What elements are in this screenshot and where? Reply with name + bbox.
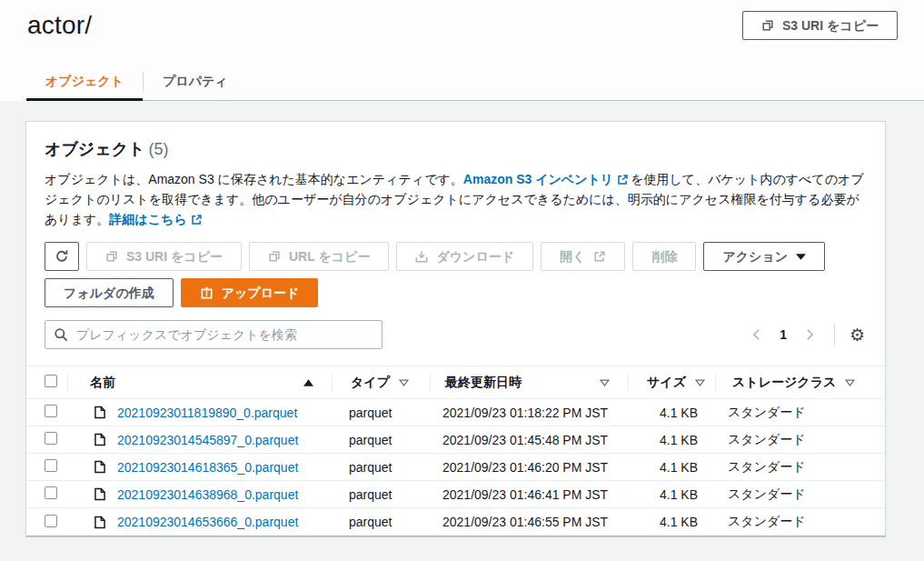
- column-header-name[interactable]: 名前: [68, 375, 332, 391]
- object-type-cell: parquet: [331, 406, 428, 420]
- object-modified-cell: 2021/09/23 01:45:48 PM JST: [428, 433, 625, 447]
- tab-objects-label: オブジェクト: [45, 74, 124, 90]
- row-checkbox[interactable]: [45, 432, 57, 445]
- object-storage-class-cell: スタンダード: [711, 486, 869, 503]
- prefix-search-input[interactable]: [45, 320, 383, 349]
- prefix-search: [45, 320, 383, 349]
- object-name-link[interactable]: 20210923014545897_0.parquet: [117, 433, 298, 447]
- column-size-label: サイズ: [647, 375, 686, 391]
- object-storage-class-cell: スタンダード: [711, 459, 869, 476]
- copy-icon: [105, 250, 118, 263]
- external-link-icon: [191, 214, 203, 225]
- row-checkbox[interactable]: [45, 486, 57, 499]
- file-icon: [94, 433, 105, 446]
- object-name-link[interactable]: 20210923011819890_0.parquet: [117, 406, 297, 420]
- object-size-cell: 4.1 KB: [625, 460, 711, 475]
- object-size-cell: 4.1 KB: [625, 515, 711, 529]
- object-modified-cell: 2021/09/23 01:46:41 PM JST: [428, 487, 625, 502]
- current-page-number: 1: [772, 327, 794, 342]
- object-type-cell: parquet: [331, 487, 428, 502]
- delete-label: 削除: [651, 250, 677, 263]
- object-name-link[interactable]: 20210923014638968_0.parquet: [117, 487, 298, 502]
- file-icon: [94, 516, 105, 529]
- page-header-region: actor/ S3 URI をコピー オブジェクト プロパティ: [0, 0, 924, 101]
- object-modified-cell: 2021/09/23 01:46:55 PM JST: [428, 515, 625, 529]
- sort-icon: [845, 379, 855, 386]
- table-row: 20210923014638968_0.parquet parquet 2021…: [26, 481, 885, 508]
- copy-s3-uri-button[interactable]: S3 URI をコピー: [86, 242, 242, 271]
- actions-label: アクション: [722, 250, 788, 263]
- copy-s3-uri-label: S3 URI をコピー: [126, 250, 223, 263]
- tab-bar: オブジェクト プロパティ: [26, 64, 924, 101]
- next-page-button[interactable]: [798, 325, 821, 345]
- open-label: 開く: [560, 250, 585, 263]
- object-size-cell: 4.1 KB: [625, 487, 711, 502]
- row-checkbox[interactable]: [45, 405, 57, 417]
- column-header-size[interactable]: サイズ: [629, 375, 715, 391]
- objects-table: 名前 タイプ 最終更新日時 サイズ ストレージクラス: [26, 366, 885, 536]
- file-icon: [94, 406, 105, 419]
- gear-icon: ⚙: [849, 325, 865, 345]
- object-modified-cell: 2021/09/23 01:18:22 PM JST: [428, 406, 625, 420]
- create-folder-label: フォルダの作成: [64, 286, 154, 299]
- refresh-button[interactable]: [45, 242, 79, 271]
- object-type-cell: parquet: [331, 433, 428, 447]
- object-count-badge: (5): [149, 140, 169, 158]
- row-checkbox[interactable]: [45, 459, 57, 472]
- refresh-icon: [55, 249, 69, 264]
- table-row: 20210923014618365_0.parquet parquet 2021…: [26, 454, 885, 481]
- object-storage-class-cell: スタンダード: [711, 432, 869, 448]
- external-link-icon: [617, 174, 629, 185]
- object-type-cell: parquet: [331, 460, 428, 475]
- pagination: 1 ⚙: [745, 324, 867, 346]
- sort-icon: [600, 379, 610, 386]
- column-name-label: 名前: [90, 375, 115, 391]
- copy-s3-uri-top-button[interactable]: S3 URI をコピー: [742, 11, 898, 40]
- actions-menu-button[interactable]: アクション: [703, 242, 825, 271]
- search-icon: [54, 327, 68, 342]
- sort-ascending-icon: [303, 379, 313, 386]
- pager-divider: [834, 324, 835, 346]
- open-button[interactable]: 開く: [541, 242, 625, 271]
- previous-page-button[interactable]: [745, 325, 769, 345]
- download-button[interactable]: ダウンロード: [396, 242, 533, 271]
- preferences-gear-button[interactable]: ⚙: [848, 325, 867, 346]
- caret-down-icon: [796, 254, 806, 260]
- column-header-storage-class[interactable]: ストレージクラス: [716, 375, 873, 391]
- upload-icon: [200, 286, 214, 300]
- row-checkbox[interactable]: [45, 515, 57, 527]
- file-icon: [94, 487, 105, 501]
- object-name-link[interactable]: 20210923014618365_0.parquet: [117, 460, 298, 475]
- column-header-modified[interactable]: 最終更新日時: [431, 375, 628, 391]
- objects-panel: オブジェクト(5) オブジェクトは、Amazon S3 に保存された基本的なエン…: [25, 121, 886, 536]
- table-row: 20210923011819890_0.parquet parquet 2021…: [26, 399, 885, 426]
- inventory-link[interactable]: Amazon S3 インベントリ: [463, 172, 613, 186]
- copy-url-button[interactable]: URL をコピー: [249, 242, 389, 271]
- table-row: 20210923014545897_0.parquet parquet 2021…: [26, 426, 885, 454]
- sort-icon: [695, 379, 705, 386]
- download-icon: [415, 250, 428, 263]
- panel-heading: オブジェクト(5): [45, 138, 867, 160]
- copy-s3-uri-top-label: S3 URI をコピー: [782, 19, 879, 32]
- learn-more-link[interactable]: 詳細はこちら: [109, 212, 186, 226]
- object-modified-cell: 2021/09/23 01:46:20 PM JST: [428, 460, 625, 475]
- create-folder-button[interactable]: フォルダの作成: [45, 278, 174, 307]
- download-label: ダウンロード: [436, 250, 514, 263]
- copy-icon: [761, 19, 774, 32]
- select-all-checkbox[interactable]: [45, 375, 57, 387]
- upload-button[interactable]: アップロード: [181, 278, 319, 307]
- column-storage-label: ストレージクラス: [732, 375, 836, 391]
- delete-button[interactable]: 削除: [632, 242, 696, 271]
- create-upload-toolbar: フォルダの作成 アップロード: [45, 278, 867, 307]
- tab-properties[interactable]: プロパティ: [144, 64, 247, 100]
- table-row: 20210923014653666_0.parquet parquet 2021…: [26, 508, 885, 536]
- object-name-link[interactable]: 20210923014653666_0.parquet: [117, 515, 298, 529]
- page-title: actor/: [27, 11, 92, 40]
- column-header-type[interactable]: タイプ: [333, 375, 430, 391]
- object-size-cell: 4.1 KB: [625, 433, 711, 447]
- object-storage-class-cell: スタンダード: [711, 405, 869, 421]
- sort-icon: [399, 379, 409, 386]
- copy-icon: [268, 250, 281, 263]
- tab-objects[interactable]: オブジェクト: [26, 64, 143, 100]
- upload-label: アップロード: [222, 286, 300, 299]
